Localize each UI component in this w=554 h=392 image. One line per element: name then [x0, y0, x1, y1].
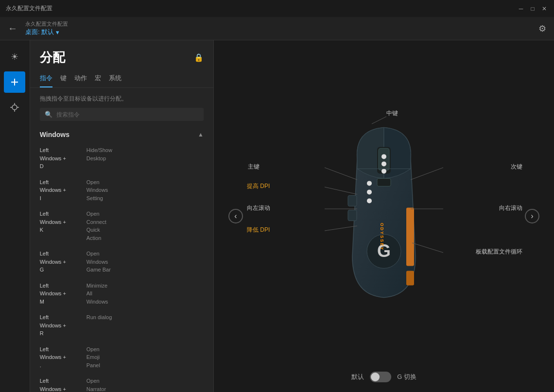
- tab-system[interactable]: 系统: [109, 70, 121, 87]
- icon-bar: ☀: [0, 40, 30, 392]
- list-item[interactable]: LeftWindows +I OpenWindowsSetting: [34, 174, 209, 206]
- svg-point-22: [367, 189, 372, 194]
- svg-rect-14: [406, 207, 414, 266]
- profile-subtitle-text: 桌面: 默认: [25, 28, 54, 36]
- mouse-diagram: G ODYSSEY 中键: [214, 80, 554, 352]
- g-switch-label: G 切换: [397, 373, 416, 381]
- cmd-keys: LeftWindows +D: [40, 146, 84, 170]
- list-item[interactable]: LeftWindows +Ctrl +Enter OpenNarrator: [34, 373, 209, 392]
- cmd-label: OpenWindowsSetting: [87, 178, 108, 203]
- svg-text:ODYSSEY: ODYSSEY: [380, 223, 384, 251]
- sidebar-item-assign[interactable]: [4, 71, 25, 93]
- list-item[interactable]: LeftWindows +K OpenConnectQuickAction: [34, 206, 209, 246]
- tab-macros[interactable]: 宏: [95, 70, 101, 87]
- lock-icon[interactable]: 🔒: [194, 53, 204, 62]
- cmd-keys: LeftWindows +M: [40, 282, 84, 306]
- bottom-bar: 默认 G 切换: [351, 372, 416, 382]
- svg-rect-1: [11, 82, 18, 83]
- svg-rect-18: [348, 195, 357, 206]
- label-dpi-up: 提高 DPI: [247, 182, 270, 190]
- list-item[interactable]: LeftWindows +. OpenEmojiPanel: [34, 341, 209, 374]
- tab-commands[interactable]: 指令: [40, 70, 52, 87]
- close-button[interactable]: ✕: [540, 5, 548, 13]
- cmd-keys: LeftWindows +I: [40, 178, 84, 203]
- cmd-keys: LeftWindows +R: [40, 313, 84, 338]
- label-scroll-right: 向右滚动: [499, 204, 522, 212]
- list-item[interactable]: LeftWindows +D Hide/ShowDesktop: [34, 142, 209, 174]
- profile-info: 永久配置文件配置 桌面: 默认 ▾: [25, 20, 531, 36]
- plus-icon: [9, 77, 20, 87]
- label-left-btn: 主键: [248, 163, 260, 171]
- panel-title: 分配: [40, 49, 65, 66]
- cmd-keys: LeftWindows +G: [40, 250, 84, 274]
- svg-rect-19: [348, 210, 357, 221]
- settings-icon[interactable]: ⚙: [538, 23, 546, 34]
- label-profile-cycle: 板载配置文件循环: [476, 248, 522, 256]
- label-scroll-left: 向左滚动: [247, 204, 270, 212]
- minimize-button[interactable]: ─: [517, 5, 525, 13]
- crosshair-icon: [9, 102, 20, 113]
- svg-rect-15: [406, 271, 414, 285]
- cmd-label: Hide/ShowDesktop: [87, 146, 112, 162]
- svg-point-11: [381, 169, 386, 173]
- profile-subtitle[interactable]: 桌面: 默认 ▾: [25, 28, 531, 36]
- svg-rect-8: [379, 148, 389, 170]
- search-input[interactable]: [56, 111, 199, 118]
- search-icon: 🔍: [45, 111, 52, 118]
- left-panel: 分配 🔒 指令 键 动作 宏 系统 拖拽指令至目标设备以进行分配。 🔍 Wind…: [30, 40, 214, 392]
- panel-header: 分配 🔒: [30, 40, 213, 70]
- right-panel: ‹ ›: [214, 40, 554, 392]
- list-item[interactable]: LeftWindows +R Run dialog: [34, 309, 209, 341]
- cmd-label: OpenConnectQuickAction: [87, 210, 106, 242]
- mouse-svg: G ODYSSEY: [330, 120, 437, 305]
- tab-keys[interactable]: 键: [60, 70, 67, 87]
- chevron-down-icon: ▾: [56, 29, 59, 36]
- header: ← 永久配置文件配置 桌面: 默认 ▾ ⚙: [0, 17, 554, 40]
- back-button[interactable]: ←: [8, 23, 17, 34]
- cmd-keys: LeftWindows +K: [40, 210, 84, 234]
- svg-point-10: [381, 161, 386, 166]
- maximize-button[interactable]: □: [529, 5, 537, 13]
- label-right-btn: 次键: [511, 163, 522, 171]
- default-label: 默认: [351, 373, 364, 381]
- titlebar: 永久配置文件配置 ─ □ ✕: [0, 0, 554, 17]
- cmd-label: OpenEmojiPanel: [87, 345, 100, 370]
- tab-bar: 指令 键 动作 宏 系统: [30, 70, 213, 88]
- search-bar: 🔍: [40, 108, 204, 121]
- cmd-label: Run dialog: [87, 313, 112, 322]
- profile-title: 永久配置文件配置: [25, 20, 531, 28]
- svg-point-2: [12, 105, 17, 110]
- command-list: Windows ▲ LeftWindows +D Hide/ShowDeskto…: [30, 127, 213, 392]
- titlebar-controls: ─ □ ✕: [517, 5, 548, 13]
- list-item[interactable]: LeftWindows +M MinimizeAllWindows: [34, 278, 209, 310]
- section-toggle-windows[interactable]: ▲: [198, 131, 204, 138]
- label-dpi-down: 降低 DPI: [247, 226, 270, 234]
- cmd-keys: LeftWindows +Ctrl +Enter: [40, 377, 84, 392]
- mode-toggle[interactable]: [370, 372, 391, 382]
- cmd-label: OpenWindowsGame Bar: [87, 250, 111, 274]
- toggle-knob: [371, 373, 380, 381]
- label-middle-btn: 中键: [386, 109, 398, 118]
- cmd-label: OpenNarrator: [87, 377, 106, 392]
- cmd-keys: LeftWindows +.: [40, 345, 84, 370]
- svg-point-9: [381, 154, 386, 159]
- cmd-label: MinimizeAllWindows: [87, 282, 108, 306]
- list-item[interactable]: LeftWindows +G OpenWindowsGame Bar: [34, 246, 209, 278]
- tab-actions[interactable]: 动作: [74, 70, 87, 87]
- titlebar-title: 永久配置文件配置: [6, 4, 52, 13]
- main-layout: ☀ 分配 🔒 指令 键 动作 宏 系统: [0, 40, 554, 392]
- svg-point-21: [367, 181, 372, 186]
- svg-point-23: [367, 198, 372, 203]
- sidebar-item-dpi[interactable]: [4, 97, 25, 118]
- section-label-windows: Windows: [40, 131, 69, 138]
- section-header-windows: Windows ▲: [34, 127, 209, 142]
- svg-rect-13: [377, 178, 391, 186]
- drag-hint: 拖拽指令至目标设备以进行分配。: [30, 92, 213, 108]
- sidebar-item-light[interactable]: ☀: [4, 46, 25, 68]
